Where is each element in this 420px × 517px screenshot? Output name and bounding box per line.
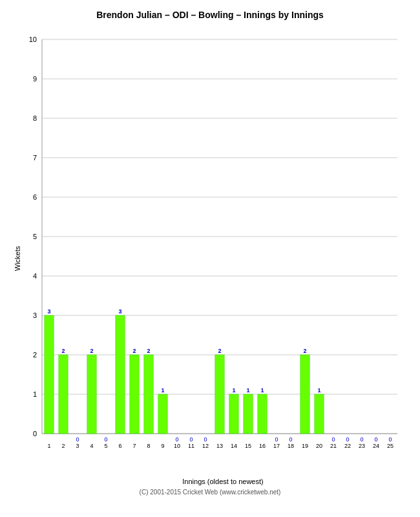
chart-title: Brendon Julian – ODI – Bowling – Innings…: [6, 6, 414, 20]
svg-text:8: 8: [33, 114, 37, 122]
svg-rect-44: [144, 355, 153, 434]
svg-text:0: 0: [289, 436, 292, 443]
svg-text:2: 2: [218, 348, 221, 354]
svg-text:0: 0: [275, 436, 278, 443]
svg-text:23: 23: [359, 443, 365, 449]
svg-text:0: 0: [33, 430, 37, 438]
svg-rect-56: [215, 355, 224, 434]
svg-text:3: 3: [118, 308, 121, 315]
svg-text:2: 2: [33, 351, 37, 359]
svg-text:21: 21: [330, 443, 337, 449]
svg-text:0: 0: [374, 436, 377, 443]
svg-text:5: 5: [33, 233, 37, 240]
svg-text:9: 9: [161, 443, 164, 449]
svg-text:11: 11: [188, 443, 194, 449]
svg-text:3: 3: [33, 311, 37, 319]
svg-text:3: 3: [47, 308, 50, 315]
svg-rect-65: [258, 394, 267, 434]
svg-text:0: 0: [360, 436, 363, 443]
svg-rect-28: [59, 355, 68, 434]
svg-text:9: 9: [33, 75, 37, 83]
svg-text:12: 12: [202, 443, 209, 449]
svg-text:20: 20: [316, 443, 322, 449]
chart-container: Brendon Julian – ODI – Bowling – Innings…: [0, 0, 420, 517]
svg-text:22: 22: [344, 443, 351, 449]
svg-rect-47: [158, 394, 167, 434]
bar-chart: 0123456789103122032405362728190100110122…: [42, 26, 404, 472]
svg-text:2: 2: [303, 348, 306, 354]
svg-rect-41: [130, 355, 139, 434]
svg-text:1: 1: [317, 387, 320, 394]
svg-text:2: 2: [90, 348, 93, 354]
svg-text:1: 1: [246, 387, 249, 394]
svg-text:15: 15: [245, 443, 251, 449]
svg-text:8: 8: [147, 443, 150, 449]
svg-text:4: 4: [33, 272, 37, 280]
svg-text:17: 17: [273, 443, 280, 449]
svg-text:7: 7: [33, 154, 37, 162]
svg-text:0: 0: [204, 436, 207, 443]
y-axis-title: Wickets: [14, 246, 21, 271]
svg-text:0: 0: [331, 436, 335, 443]
svg-text:0: 0: [104, 436, 107, 443]
svg-rect-62: [244, 394, 253, 434]
svg-rect-38: [116, 315, 125, 434]
svg-text:16: 16: [259, 443, 266, 449]
svg-rect-59: [229, 394, 238, 434]
svg-text:6: 6: [33, 193, 37, 201]
svg-text:2: 2: [147, 348, 150, 354]
svg-text:7: 7: [132, 443, 136, 449]
svg-text:1: 1: [47, 443, 50, 449]
svg-text:5: 5: [104, 443, 107, 449]
svg-text:1: 1: [260, 387, 264, 394]
svg-text:19: 19: [302, 443, 308, 449]
svg-text:14: 14: [231, 443, 237, 449]
svg-text:18: 18: [288, 443, 294, 449]
svg-text:0: 0: [346, 436, 349, 443]
svg-rect-75: [315, 394, 324, 434]
svg-text:0: 0: [76, 436, 79, 443]
svg-rect-72: [300, 355, 310, 434]
copyright-text: (C) 2001-2015 Cricket Web (www.cricketwe…: [6, 489, 414, 496]
svg-text:10: 10: [174, 443, 180, 449]
svg-text:25: 25: [387, 443, 394, 449]
x-axis-title: Innings (oldest to newest): [42, 478, 404, 485]
svg-text:0: 0: [189, 436, 193, 443]
svg-text:13: 13: [216, 443, 223, 449]
svg-text:1: 1: [33, 390, 37, 398]
svg-text:1: 1: [161, 387, 164, 394]
svg-text:2: 2: [61, 348, 65, 354]
svg-rect-25: [45, 315, 54, 434]
svg-text:2: 2: [61, 443, 65, 449]
svg-text:4: 4: [90, 443, 93, 449]
svg-text:1: 1: [232, 387, 235, 394]
svg-text:2: 2: [132, 348, 136, 354]
svg-text:0: 0: [175, 436, 178, 443]
svg-text:6: 6: [118, 443, 121, 449]
svg-text:3: 3: [76, 443, 79, 449]
svg-text:24: 24: [373, 443, 379, 449]
svg-text:0: 0: [388, 436, 392, 443]
svg-rect-33: [87, 355, 96, 434]
svg-text:10: 10: [29, 36, 37, 43]
